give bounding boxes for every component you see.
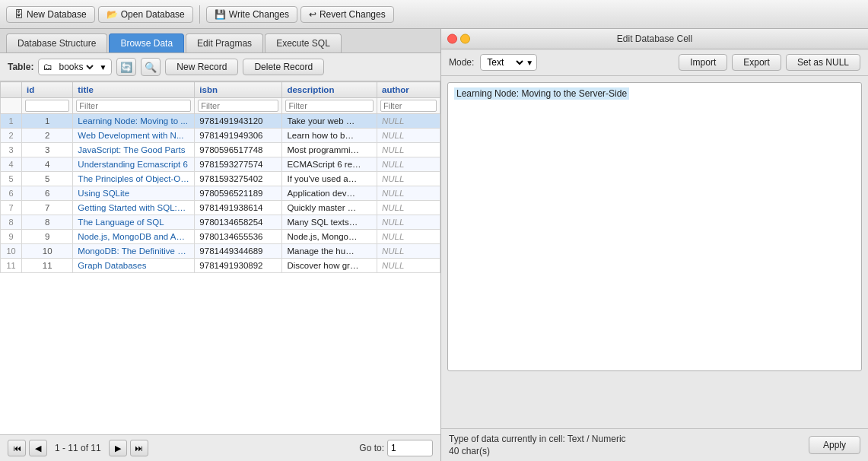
mode-select[interactable]: Text Binary Null [484, 56, 526, 68]
cell-description: Quickly master … [282, 201, 377, 215]
table-select[interactable]: books [56, 61, 96, 73]
tab-browse-data[interactable]: Browse Data [109, 33, 184, 52]
cell-title: Getting Started with SQL:… [73, 201, 195, 215]
last-page-button[interactable]: ⏭ [130, 440, 148, 456]
cell-title: Understanding Ecmascript 6 [73, 157, 195, 172]
table-row[interactable]: 77Getting Started with SQL:…978149193861… [1, 201, 440, 215]
cell-description: Learn how to b… [282, 129, 377, 143]
tab-bar: Database Structure Browse Data Edit Prag… [0, 29, 440, 53]
apply-button[interactable]: Apply [809, 436, 860, 454]
cell-isbn: 9781593275402 [195, 172, 282, 186]
table-row[interactable]: 99Node.js, MongoDB and An…9780134655536N… [1, 230, 440, 244]
col-header-description[interactable]: description [282, 82, 377, 98]
window-minimize-button[interactable] [460, 34, 470, 44]
write-changes-button[interactable]: 💾 Write Changes [206, 6, 297, 23]
filter-description[interactable] [282, 98, 377, 114]
refresh-button[interactable]: 🔄 [116, 58, 136, 76]
cell-isbn: 9781491938614 [195, 201, 282, 215]
filter-id-input[interactable] [25, 100, 69, 112]
cell-description: Most programmi… [282, 143, 377, 157]
col-header-isbn[interactable]: isbn [195, 82, 282, 98]
cell-author: NULL [377, 201, 440, 215]
cell-isbn: 9781491949306 [195, 129, 282, 143]
cell-author: NULL [377, 215, 440, 230]
revert-icon: ↩ [309, 9, 316, 20]
filter-title-input[interactable] [76, 100, 191, 112]
cell-id: 3 [22, 143, 73, 157]
col-header-id[interactable]: id [22, 82, 73, 98]
table-row[interactable]: 44Understanding Ecmascript 6978159327757… [1, 157, 440, 172]
cell-isbn: 9781449344689 [195, 244, 282, 259]
edit-textarea-inner: Learning Node: Moving to the Server-Side [448, 83, 861, 104]
goto-label: Go to: [359, 443, 384, 453]
cell-isbn: 9781593277574 [195, 157, 282, 172]
cell-id: 9 [22, 230, 73, 244]
new-db-icon: 🗄 [14, 9, 24, 20]
cell-id: 5 [22, 172, 73, 186]
table-row[interactable]: 88The Language of SQL9780134658254Many S… [1, 215, 440, 230]
table-row[interactable]: 22Web Development with N...9781491949306… [1, 129, 440, 143]
window-close-button[interactable] [447, 34, 457, 44]
cell-id: 4 [22, 157, 73, 172]
tab-database-structure[interactable]: Database Structure [6, 33, 107, 52]
cell-type-info: Type of data currently in cell: Text / N… [449, 434, 626, 444]
new-record-button[interactable]: New Record [165, 59, 238, 75]
cell-description: If you've used a… [282, 172, 377, 186]
mode-chevron-icon: ▼ [526, 59, 533, 67]
table-row[interactable]: 66Using SQLite9780596521189Application d… [1, 186, 440, 201]
next-page-button[interactable]: ▶ [109, 440, 127, 456]
cell-id: 2 [22, 129, 73, 143]
goto-input[interactable] [387, 440, 433, 456]
main-toolbar: 🗄 New Database 📂 Open Database 💾 Write C… [0, 0, 868, 29]
cell-value-display: Learning Node: Moving to the Server-Side [454, 87, 629, 100]
cell-isbn: 9780596517748 [195, 143, 282, 157]
cell-rownum: 5 [1, 172, 22, 186]
cell-author: NULL [377, 143, 440, 157]
filter-button[interactable]: 🔍 [141, 58, 161, 76]
tab-execute-sql[interactable]: Execute SQL [265, 33, 342, 52]
cell-description: Take your web … [282, 114, 377, 129]
table-row[interactable]: 1111Graph Databases9781491930892Discover… [1, 259, 440, 273]
cell-description: Many SQL texts… [282, 215, 377, 230]
cell-isbn: 9780134655536 [195, 230, 282, 244]
table-row[interactable]: 11Learning Node: Moving to ...9781491943… [1, 114, 440, 129]
prev-page-button[interactable]: ◀ [29, 440, 47, 456]
main-layout: Database Structure Browse Data Edit Prag… [0, 29, 868, 461]
table-select-wrapper[interactable]: 🗂 books ▼ [38, 59, 112, 75]
import-button[interactable]: Import [679, 54, 727, 71]
cell-rownum: 11 [1, 259, 22, 273]
cell-author: NULL [377, 244, 440, 259]
mode-select-wrapper[interactable]: Text Binary Null ▼ [480, 54, 537, 71]
filter-title[interactable] [73, 98, 195, 114]
export-button[interactable]: Export [732, 54, 781, 71]
filter-author[interactable] [377, 98, 440, 114]
open-database-button[interactable]: 📂 Open Database [98, 6, 193, 23]
cell-title: MongoDB: The Definitive … [73, 244, 195, 259]
cell-title: JavaScript: The Good Parts [73, 143, 195, 157]
filter-desc-input[interactable] [285, 100, 374, 112]
filter-isbn[interactable] [195, 98, 282, 114]
table-row[interactable]: 1010MongoDB: The Definitive …97814493446… [1, 244, 440, 259]
set-null-button[interactable]: Set as NULL [786, 54, 860, 71]
filter-isbn-input[interactable] [198, 100, 278, 112]
filter-author-input[interactable] [380, 100, 437, 112]
table-label: Table: [8, 62, 33, 72]
write-icon: 💾 [215, 9, 226, 20]
table-body: 11Learning Node: Moving to ...9781491943… [1, 114, 440, 273]
col-header-title[interactable]: title [73, 82, 195, 98]
new-database-button[interactable]: 🗄 New Database [6, 6, 95, 23]
table-row[interactable]: 55The Principles of Object-O…97815932754… [1, 172, 440, 186]
data-table-wrapper: id title isbn description author [0, 81, 440, 434]
table-row[interactable]: 33JavaScript: The Good Parts978059651774… [1, 143, 440, 157]
delete-record-button[interactable]: Delete Record [243, 59, 324, 75]
first-page-button[interactable]: ⏮ [8, 440, 26, 456]
edit-textarea-wrapper[interactable]: Learning Node: Moving to the Server-Side [447, 82, 862, 371]
filter-id[interactable] [22, 98, 73, 114]
cell-rownum: 7 [1, 201, 22, 215]
tab-edit-pragmas[interactable]: Edit Pragmas [186, 33, 263, 52]
cell-description: Discover how gr… [282, 259, 377, 273]
revert-changes-button[interactable]: ↩ Revert Changes [300, 6, 394, 23]
col-header-author[interactable]: author [377, 82, 440, 98]
cell-rownum: 4 [1, 157, 22, 172]
cell-isbn: 9780134658254 [195, 215, 282, 230]
